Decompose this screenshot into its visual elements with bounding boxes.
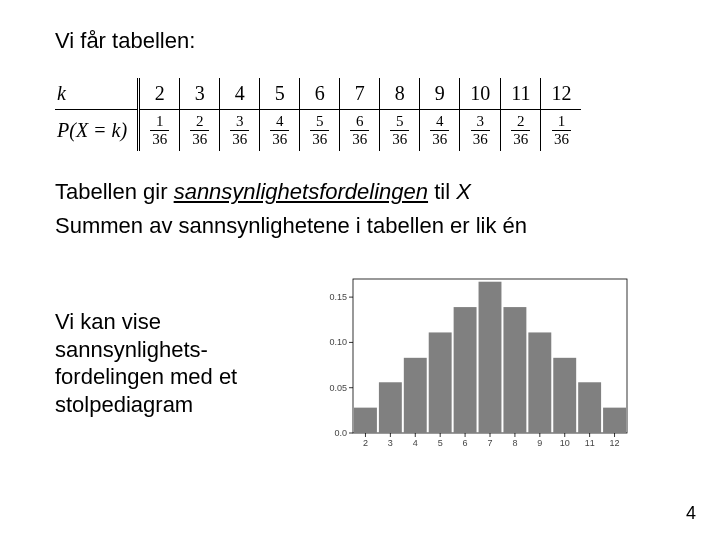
svg-text:0.0: 0.0 [334, 428, 347, 438]
text-a: Tabellen gir [55, 179, 174, 204]
svg-rect-9 [354, 408, 377, 433]
probability-table: k23456789101112 P(X = k)1362363364365366… [55, 78, 581, 151]
cell-k: 8 [380, 78, 420, 110]
svg-rect-33 [553, 358, 576, 433]
svg-rect-12 [379, 382, 402, 433]
svg-rect-18 [429, 332, 452, 433]
svg-text:2: 2 [363, 438, 368, 448]
cell-k: 7 [340, 78, 380, 110]
svg-text:9: 9 [537, 438, 542, 448]
cell-p: 436 [260, 110, 300, 152]
cell-k: 6 [300, 78, 340, 110]
sum-sentence: Summen av sannsynlighetene i tabellen er… [55, 213, 665, 239]
heading: Vi får tabellen: [55, 28, 665, 54]
svg-rect-39 [603, 408, 626, 433]
svg-text:0.15: 0.15 [329, 292, 347, 302]
svg-text:0.05: 0.05 [329, 383, 347, 393]
svg-text:10: 10 [560, 438, 570, 448]
distribution-sentence: Tabellen gir sannsynlighetsfordelingen t… [55, 179, 665, 205]
bar-chart: 0.00.050.100.1523456789101112 [315, 273, 635, 453]
cell-p: 436 [420, 110, 460, 152]
svg-rect-15 [404, 358, 427, 433]
svg-text:3: 3 [388, 438, 393, 448]
cell-k: 3 [180, 78, 220, 110]
cell-p: 236 [180, 110, 220, 152]
cell-k: 4 [220, 78, 260, 110]
svg-rect-21 [454, 307, 477, 433]
svg-text:0.10: 0.10 [329, 337, 347, 347]
cell-k: 9 [420, 78, 460, 110]
svg-text:7: 7 [487, 438, 492, 448]
page-number: 4 [686, 503, 696, 524]
cell-p: 636 [340, 110, 380, 152]
svg-rect-27 [503, 307, 526, 433]
cell-p: 336 [220, 110, 260, 152]
cell-p: 136 [139, 110, 180, 152]
cell-k-label: k [55, 78, 139, 110]
cell-k: 2 [139, 78, 180, 110]
cell-p: 336 [460, 110, 501, 152]
svg-text:11: 11 [585, 438, 595, 448]
cell-k: 11 [501, 78, 541, 110]
cell-p: 536 [380, 110, 420, 152]
cell-p: 136 [541, 110, 582, 152]
cell-k: 12 [541, 78, 582, 110]
cell-k: 10 [460, 78, 501, 110]
svg-text:4: 4 [413, 438, 418, 448]
svg-text:8: 8 [512, 438, 517, 448]
cell-p-label: P(X = k) [55, 110, 139, 152]
cell-k: 5 [260, 78, 300, 110]
svg-text:6: 6 [463, 438, 468, 448]
cell-p: 536 [300, 110, 340, 152]
cell-p: 236 [501, 110, 541, 152]
svg-rect-24 [479, 282, 502, 433]
variable-x: X [456, 179, 471, 204]
svg-rect-36 [578, 382, 601, 433]
svg-rect-30 [528, 332, 551, 433]
text-c: til [428, 179, 456, 204]
barplot-caption: Vi kan vise sannsynlighets-fordelingen m… [55, 308, 295, 418]
svg-text:12: 12 [610, 438, 620, 448]
keyword-distribution: sannsynlighetsfordelingen [174, 179, 428, 204]
svg-text:5: 5 [438, 438, 443, 448]
